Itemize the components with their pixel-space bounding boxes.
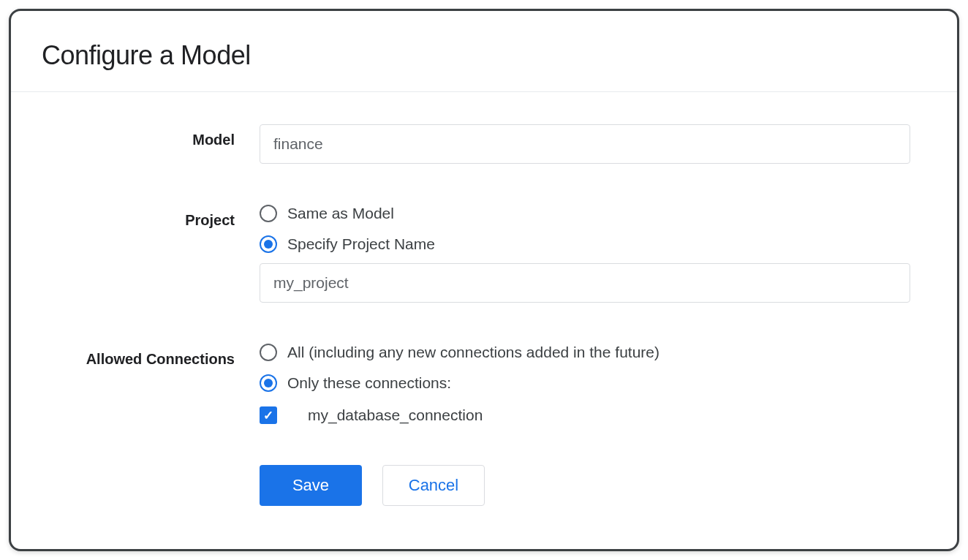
connection-checkbox-item[interactable]: ✓ my_database_connection	[260, 406, 910, 424]
connections-label: Allowed Connections	[40, 344, 260, 368]
connections-radio-all[interactable]: All (including any new connections added…	[260, 344, 910, 361]
model-row: Model	[40, 124, 928, 164]
model-label: Model	[40, 124, 260, 148]
dialog-header: Configure a Model	[11, 11, 957, 92]
connections-control: All (including any new connections added…	[260, 344, 910, 424]
radio-icon	[260, 205, 277, 222]
project-radio-specify-label: Specify Project Name	[287, 235, 435, 253]
button-row: Save Cancel	[260, 465, 928, 506]
connection-checkbox-label: my_database_connection	[299, 406, 483, 424]
connections-radio-only[interactable]: Only these connections:	[260, 374, 910, 392]
project-radio-group: Same as Model Specify Project Name	[260, 205, 910, 253]
project-radio-specify[interactable]: Specify Project Name	[260, 235, 910, 253]
connections-radio-only-label: Only these connections:	[287, 374, 451, 392]
model-input[interactable]	[260, 124, 910, 164]
radio-icon	[260, 344, 277, 361]
project-name-wrapper	[260, 263, 910, 303]
project-control: Same as Model Specify Project Name	[260, 205, 910, 303]
model-control	[260, 124, 910, 164]
dialog-body: Model Project Same as Model Specify Proj…	[11, 92, 957, 535]
configure-model-dialog: Configure a Model Model Project Same as …	[9, 9, 959, 551]
connections-radio-group: All (including any new connections added…	[260, 344, 910, 392]
checkbox-checked-icon: ✓	[260, 406, 277, 424]
radio-icon-selected	[260, 374, 277, 392]
dialog-title: Configure a Model	[42, 40, 928, 71]
connections-radio-all-label: All (including any new connections added…	[287, 344, 659, 361]
cancel-button[interactable]: Cancel	[382, 465, 485, 506]
project-radio-same-label: Same as Model	[287, 205, 394, 222]
project-label: Project	[40, 205, 260, 229]
connections-row: Allowed Connections All (including any n…	[40, 344, 928, 424]
radio-icon-selected	[260, 235, 277, 253]
check-icon: ✓	[263, 409, 273, 422]
project-row: Project Same as Model Specify Project Na…	[40, 205, 928, 303]
project-radio-same[interactable]: Same as Model	[260, 205, 910, 222]
save-button[interactable]: Save	[260, 465, 362, 506]
project-name-input[interactable]	[260, 263, 910, 303]
